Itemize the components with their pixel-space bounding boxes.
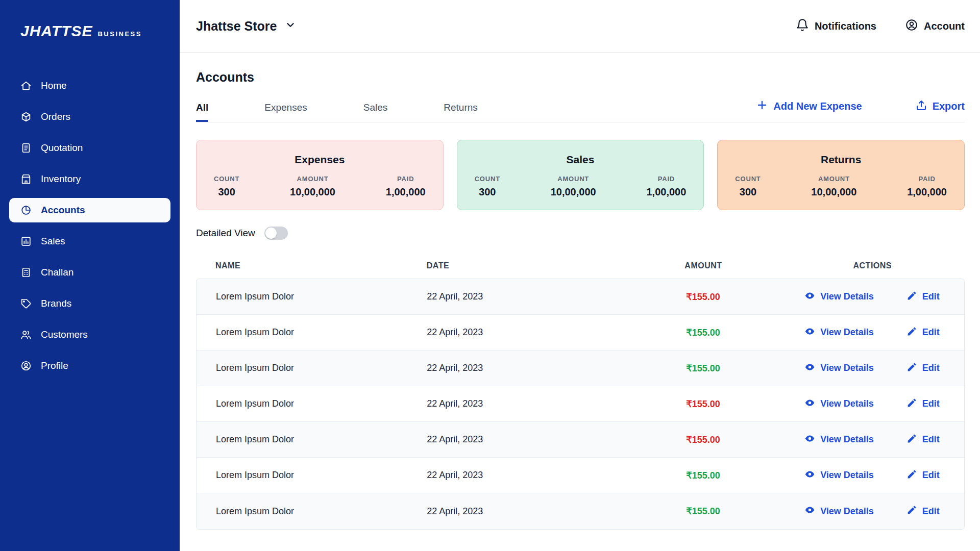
store-selector[interactable]: Jhattse Store xyxy=(196,19,296,34)
sidebar-item-accounts[interactable]: Accounts xyxy=(9,198,170,222)
sidebar-item-label: Profile xyxy=(41,360,68,371)
tabs: All Expenses Sales Returns xyxy=(196,102,478,122)
row-actions: View Details Edit xyxy=(780,362,964,375)
card-title: Returns xyxy=(735,154,947,166)
sidebar-item-profile[interactable]: Profile xyxy=(9,354,170,378)
sidebar-item-label: Customers xyxy=(41,329,88,340)
view-details-button[interactable]: View Details xyxy=(804,469,874,482)
content: Accounts All Expenses Sales Returns Add … xyxy=(180,53,980,530)
stat-count: COUNT 300 xyxy=(214,175,239,198)
edit-label: Edit xyxy=(922,470,940,481)
view-details-label: View Details xyxy=(820,363,874,373)
sidebar-item-sales[interactable]: Sales xyxy=(9,229,170,254)
edit-label: Edit xyxy=(922,327,940,338)
chevron-down-icon xyxy=(285,19,296,34)
sidebar-item-customers[interactable]: Customers xyxy=(9,322,170,347)
edit-button[interactable]: Edit xyxy=(906,397,940,411)
tab-returns[interactable]: Returns xyxy=(444,102,478,122)
sidebar-item-orders[interactable]: Orders xyxy=(9,105,170,129)
notifications-button[interactable]: Notifications xyxy=(796,18,876,34)
stat-value: 10,00,000 xyxy=(551,186,596,198)
column-header-amount: AMOUNT xyxy=(626,261,780,270)
table-row: Lorem Ipsum Dolor 22 April, 2023 ₹155.00… xyxy=(197,493,964,529)
tab-all[interactable]: All xyxy=(196,102,208,122)
stat-count: COUNT 300 xyxy=(475,175,500,198)
stat-label: COUNT xyxy=(214,175,239,183)
export-icon xyxy=(915,99,927,114)
stat-label: COUNT xyxy=(475,175,500,183)
edit-label: Edit xyxy=(922,291,940,302)
page-title: Accounts xyxy=(196,70,965,85)
home-icon xyxy=(20,80,32,91)
tab-sales[interactable]: Sales xyxy=(363,102,388,122)
eye-icon xyxy=(804,326,815,339)
view-details-button[interactable]: View Details xyxy=(804,326,874,339)
main-area: Jhattse Store Notifications Account xyxy=(180,0,980,551)
row-actions: View Details Edit xyxy=(780,397,964,411)
view-details-button[interactable]: View Details xyxy=(804,397,874,411)
view-details-button[interactable]: View Details xyxy=(804,505,874,518)
expenses-summary-card: Expenses COUNT 300 AMOUNT 10,00,000 PAID xyxy=(196,140,444,210)
topbar-right: Notifications Account xyxy=(796,18,965,34)
stat-label: COUNT xyxy=(735,175,761,183)
sidebar: JHATTSE BUSINESS Home Orders Quotat xyxy=(0,0,180,551)
sidebar-item-label: Challan xyxy=(41,267,74,278)
stat-label: AMOUNT xyxy=(811,175,856,183)
stat-amount: AMOUNT 10,00,000 xyxy=(811,175,856,198)
edit-button[interactable]: Edit xyxy=(906,362,940,375)
app-root: JHATTSE BUSINESS Home Orders Quotat xyxy=(0,0,980,551)
quotation-icon xyxy=(20,142,32,154)
detailed-view-toggle[interactable] xyxy=(264,227,288,240)
stat-value: 300 xyxy=(735,186,761,198)
edit-button[interactable]: Edit xyxy=(906,469,940,482)
view-details-button[interactable]: View Details xyxy=(804,433,874,446)
view-details-button[interactable]: View Details xyxy=(804,362,874,375)
edit-button[interactable]: Edit xyxy=(906,505,940,518)
sidebar-item-challan[interactable]: Challan xyxy=(9,260,170,285)
sidebar-item-label: Orders xyxy=(41,111,70,122)
card-stats: COUNT 300 AMOUNT 10,00,000 PAID 1,00,000 xyxy=(214,175,426,198)
eye-icon xyxy=(804,290,815,304)
inventory-icon xyxy=(20,173,32,185)
edit-button[interactable]: Edit xyxy=(906,326,940,339)
detailed-view-label: Detailed View xyxy=(196,228,255,239)
sidebar-item-inventory[interactable]: Inventory xyxy=(9,167,170,191)
account-label: Account xyxy=(924,20,965,32)
row-name: Lorem Ipsum Dolor xyxy=(197,434,427,445)
stat-label: AMOUNT xyxy=(551,175,596,183)
add-new-expense-button[interactable]: Add New Expense xyxy=(756,99,862,114)
stat-count: COUNT 300 xyxy=(735,175,761,198)
stat-label: PAID xyxy=(386,175,426,183)
accounts-icon xyxy=(20,205,32,216)
table-row: Lorem Ipsum Dolor 22 April, 2023 ₹155.00… xyxy=(197,315,964,350)
edit-button[interactable]: Edit xyxy=(906,433,940,446)
row-actions: View Details Edit xyxy=(780,326,964,339)
table-row: Lorem Ipsum Dolor 22 April, 2023 ₹155.00… xyxy=(197,386,964,422)
sidebar-item-label: Quotation xyxy=(41,142,83,154)
account-button[interactable]: Account xyxy=(905,18,965,34)
view-details-button[interactable]: View Details xyxy=(804,290,874,304)
row-date: 22 April, 2023 xyxy=(427,398,626,409)
export-button[interactable]: Export xyxy=(915,99,965,114)
row-name: Lorem Ipsum Dolor xyxy=(197,470,427,481)
table-row: Lorem Ipsum Dolor 22 April, 2023 ₹155.00… xyxy=(197,422,964,458)
tab-expenses[interactable]: Expenses xyxy=(264,102,307,122)
stat-paid: PAID 1,00,000 xyxy=(907,175,947,198)
eye-icon xyxy=(804,433,815,446)
sidebar-item-quotation[interactable]: Quotation xyxy=(9,136,170,160)
stat-value: 1,00,000 xyxy=(907,186,947,198)
pencil-icon xyxy=(906,469,917,482)
sidebar-item-brands[interactable]: Brands xyxy=(9,291,170,316)
sidebar-item-home[interactable]: Home xyxy=(9,73,170,98)
orders-icon xyxy=(20,111,32,122)
stat-value: 300 xyxy=(214,186,239,198)
table-header: NAME DATE AMOUNT ACTIONS xyxy=(196,252,965,279)
row-actions: View Details Edit xyxy=(780,505,964,518)
stat-paid: PAID 1,00,000 xyxy=(646,175,686,198)
store-name: Jhattse Store xyxy=(196,19,277,34)
card-title: Sales xyxy=(475,154,687,166)
table-row: Lorem Ipsum Dolor 22 April, 2023 ₹155.00… xyxy=(197,458,964,493)
customers-icon xyxy=(20,329,32,340)
edit-button[interactable]: Edit xyxy=(906,290,940,304)
profile-icon xyxy=(20,360,32,371)
